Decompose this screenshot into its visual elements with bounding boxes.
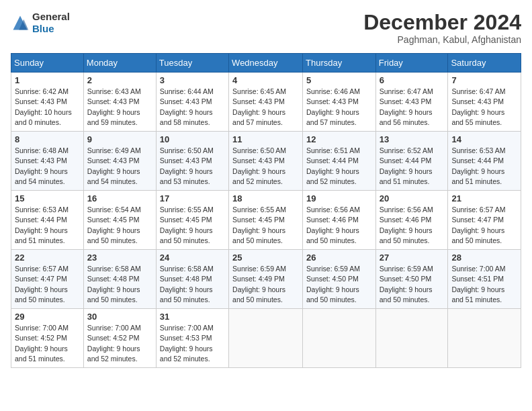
calendar-table: SundayMondayTuesdayWednesdayThursdayFrid… — [11, 53, 521, 368]
day-detail: Sunrise: 7:00 AMSunset: 4:53 PMDaylight:… — [160, 323, 225, 364]
day-detail: Sunrise: 6:50 AMSunset: 4:43 PMDaylight:… — [160, 146, 225, 187]
day-number: 25 — [232, 253, 299, 263]
calendar-cell: 8Sunrise: 6:48 AMSunset: 4:43 PMDaylight… — [11, 132, 84, 191]
weekday-header-thursday: Thursday — [303, 54, 376, 73]
calendar-cell: 24Sunrise: 6:58 AMSunset: 4:48 PMDayligh… — [156, 250, 228, 309]
month-title: December 2024 — [363, 11, 521, 34]
day-number: 5 — [306, 75, 372, 85]
day-detail: Sunrise: 6:48 AMSunset: 4:43 PMDaylight:… — [15, 146, 80, 187]
weekday-header-wednesday: Wednesday — [229, 54, 303, 73]
day-detail: Sunrise: 6:46 AMSunset: 4:43 PMDaylight:… — [306, 87, 372, 128]
day-detail: Sunrise: 6:59 AMSunset: 4:50 PMDaylight:… — [306, 264, 372, 305]
day-detail: Sunrise: 6:47 AMSunset: 4:43 PMDaylight:… — [451, 87, 517, 128]
calendar-cell: 11Sunrise: 6:50 AMSunset: 4:43 PMDayligh… — [229, 132, 303, 191]
day-detail: Sunrise: 6:53 AMSunset: 4:44 PMDaylight:… — [451, 146, 517, 187]
calendar-cell: 5Sunrise: 6:46 AMSunset: 4:43 PMDaylight… — [303, 73, 376, 132]
calendar-week-4: 22Sunrise: 6:57 AMSunset: 4:47 PMDayligh… — [11, 250, 521, 309]
day-detail: Sunrise: 6:50 AMSunset: 4:43 PMDaylight:… — [232, 146, 299, 187]
calendar-cell: 21Sunrise: 6:57 AMSunset: 4:47 PMDayligh… — [448, 191, 521, 250]
calendar-cell: 12Sunrise: 6:51 AMSunset: 4:44 PMDayligh… — [303, 132, 376, 191]
day-number: 3 — [160, 75, 225, 85]
day-number: 29 — [15, 312, 80, 322]
calendar-cell: 14Sunrise: 6:53 AMSunset: 4:44 PMDayligh… — [448, 132, 521, 191]
calendar-cell: 2Sunrise: 6:43 AMSunset: 4:43 PMDaylight… — [83, 73, 156, 132]
day-number: 31 — [160, 312, 225, 322]
calendar-cell: 25Sunrise: 6:59 AMSunset: 4:49 PMDayligh… — [229, 250, 303, 309]
calendar-cell: 10Sunrise: 6:50 AMSunset: 4:43 PMDayligh… — [156, 132, 228, 191]
page-header: General Blue December 2024 Paghman, Kabu… — [11, 11, 521, 45]
day-detail: Sunrise: 6:58 AMSunset: 4:48 PMDaylight:… — [160, 264, 225, 305]
day-detail: Sunrise: 6:55 AMSunset: 4:45 PMDaylight:… — [232, 205, 299, 246]
day-detail: Sunrise: 6:52 AMSunset: 4:44 PMDaylight:… — [380, 146, 445, 187]
day-detail: Sunrise: 6:56 AMSunset: 4:46 PMDaylight:… — [380, 205, 445, 246]
calendar-week-5: 29Sunrise: 7:00 AMSunset: 4:52 PMDayligh… — [11, 309, 521, 368]
calendar-cell: 26Sunrise: 6:59 AMSunset: 4:50 PMDayligh… — [303, 250, 376, 309]
calendar-cell: 19Sunrise: 6:56 AMSunset: 4:46 PMDayligh… — [303, 191, 376, 250]
day-number: 7 — [451, 75, 517, 85]
day-detail: Sunrise: 6:57 AMSunset: 4:47 PMDaylight:… — [451, 205, 517, 246]
day-number: 20 — [380, 193, 445, 203]
day-number: 30 — [87, 312, 152, 322]
day-number: 1 — [15, 75, 80, 85]
day-detail: Sunrise: 6:54 AMSunset: 4:45 PMDaylight:… — [87, 205, 152, 246]
day-number: 18 — [232, 193, 299, 203]
calendar-cell: 7Sunrise: 6:47 AMSunset: 4:43 PMDaylight… — [448, 73, 521, 132]
logo-text: General Blue — [32, 11, 70, 35]
day-detail: Sunrise: 6:44 AMSunset: 4:43 PMDaylight:… — [160, 87, 225, 128]
calendar-cell: 29Sunrise: 7:00 AMSunset: 4:52 PMDayligh… — [11, 309, 84, 368]
location-title: Paghman, Kabul, Afghanistan — [363, 34, 521, 45]
day-detail: Sunrise: 6:59 AMSunset: 4:49 PMDaylight:… — [232, 264, 299, 305]
calendar-cell: 6Sunrise: 6:47 AMSunset: 4:43 PMDaylight… — [375, 73, 448, 132]
day-number: 23 — [87, 253, 152, 263]
day-detail: Sunrise: 6:49 AMSunset: 4:43 PMDaylight:… — [87, 146, 152, 187]
day-number: 28 — [451, 253, 517, 263]
day-number: 8 — [15, 134, 80, 144]
calendar-week-3: 15Sunrise: 6:53 AMSunset: 4:44 PMDayligh… — [11, 191, 521, 250]
calendar-cell: 9Sunrise: 6:49 AMSunset: 4:43 PMDaylight… — [83, 132, 156, 191]
logo: General Blue — [11, 11, 70, 35]
day-number: 16 — [87, 193, 152, 203]
calendar-cell: 22Sunrise: 6:57 AMSunset: 4:47 PMDayligh… — [11, 250, 84, 309]
day-number: 21 — [451, 193, 517, 203]
day-detail: Sunrise: 6:56 AMSunset: 4:46 PMDaylight:… — [306, 205, 372, 246]
day-detail: Sunrise: 6:43 AMSunset: 4:43 PMDaylight:… — [87, 87, 152, 128]
calendar-cell: 17Sunrise: 6:55 AMSunset: 4:45 PMDayligh… — [156, 191, 228, 250]
day-detail: Sunrise: 6:53 AMSunset: 4:44 PMDaylight:… — [15, 205, 80, 246]
calendar-cell: 27Sunrise: 6:59 AMSunset: 4:50 PMDayligh… — [375, 250, 448, 309]
calendar-cell — [448, 309, 521, 368]
day-number: 4 — [232, 75, 299, 85]
calendar-cell: 30Sunrise: 7:00 AMSunset: 4:52 PMDayligh… — [83, 309, 156, 368]
calendar-cell: 20Sunrise: 6:56 AMSunset: 4:46 PMDayligh… — [375, 191, 448, 250]
weekday-header-friday: Friday — [375, 54, 448, 73]
calendar-cell: 23Sunrise: 6:58 AMSunset: 4:48 PMDayligh… — [83, 250, 156, 309]
day-number: 13 — [380, 134, 445, 144]
weekday-header-monday: Monday — [83, 54, 156, 73]
day-detail: Sunrise: 6:51 AMSunset: 4:44 PMDaylight:… — [306, 146, 372, 187]
day-detail: Sunrise: 7:00 AMSunset: 4:51 PMDaylight:… — [451, 264, 517, 305]
weekday-header-saturday: Saturday — [448, 54, 521, 73]
day-number: 11 — [232, 134, 299, 144]
calendar-cell: 13Sunrise: 6:52 AMSunset: 4:44 PMDayligh… — [375, 132, 448, 191]
day-number: 12 — [306, 134, 372, 144]
day-detail: Sunrise: 6:58 AMSunset: 4:48 PMDaylight:… — [87, 264, 152, 305]
day-number: 6 — [380, 75, 445, 85]
day-number: 2 — [87, 75, 152, 85]
calendar-week-1: 1Sunrise: 6:42 AMSunset: 4:43 PMDaylight… — [11, 73, 521, 132]
day-detail: Sunrise: 7:00 AMSunset: 4:52 PMDaylight:… — [15, 323, 80, 364]
calendar-week-2: 8Sunrise: 6:48 AMSunset: 4:43 PMDaylight… — [11, 132, 521, 191]
day-detail: Sunrise: 6:59 AMSunset: 4:50 PMDaylight:… — [380, 264, 445, 305]
day-number: 10 — [160, 134, 225, 144]
calendar-cell: 15Sunrise: 6:53 AMSunset: 4:44 PMDayligh… — [11, 191, 84, 250]
day-number: 22 — [15, 253, 80, 263]
day-number: 17 — [160, 193, 225, 203]
calendar-cell: 16Sunrise: 6:54 AMSunset: 4:45 PMDayligh… — [83, 191, 156, 250]
calendar-cell: 18Sunrise: 6:55 AMSunset: 4:45 PMDayligh… — [229, 191, 303, 250]
day-number: 24 — [160, 253, 225, 263]
day-number: 26 — [306, 253, 372, 263]
day-detail: Sunrise: 6:57 AMSunset: 4:47 PMDaylight:… — [15, 264, 80, 305]
weekday-header-sunday: Sunday — [11, 54, 84, 73]
calendar-cell: 3Sunrise: 6:44 AMSunset: 4:43 PMDaylight… — [156, 73, 228, 132]
calendar-cell: 4Sunrise: 6:45 AMSunset: 4:43 PMDaylight… — [229, 73, 303, 132]
calendar-header: SundayMondayTuesdayWednesdayThursdayFrid… — [11, 54, 521, 73]
calendar-cell — [303, 309, 376, 368]
